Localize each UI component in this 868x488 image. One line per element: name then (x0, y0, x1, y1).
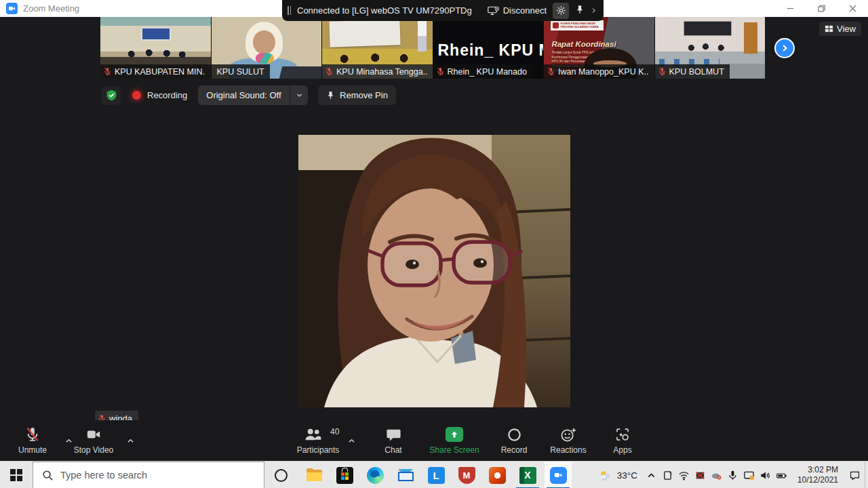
tile-decoration (744, 22, 757, 54)
zoom-taskbar-button[interactable] (545, 462, 572, 488)
remove-pin-button[interactable]: Remove Pin (318, 85, 396, 105)
chevron-right-icon (781, 44, 789, 52)
encryption-shield-badge[interactable] (102, 86, 121, 105)
close-button[interactable] (837, 0, 868, 17)
participant-tile-kpu-bolmut[interactable]: KPU BOLMUT (655, 17, 766, 79)
speaker-portrait (298, 135, 570, 407)
shield-check-icon (106, 89, 117, 101)
search-input[interactable] (60, 470, 264, 481)
office-button[interactable] (484, 462, 511, 488)
participant-name-tag: KPU Minahasa Tengga... (322, 64, 433, 79)
store-icon (336, 467, 353, 484)
excel-button[interactable]: X (514, 462, 541, 488)
participant-tile-kpu-kabupaten[interactable]: KPU KABUPATEN MIN... (100, 17, 212, 79)
view-button[interactable]: View (819, 22, 861, 36)
pinned-speaker-video[interactable] (298, 135, 570, 407)
tile-decoration (141, 27, 171, 41)
muted-mic-icon (325, 67, 334, 76)
disconnect-button[interactable]: Disconnect (488, 5, 547, 16)
recording-label: Recording (147, 90, 187, 100)
view-grid-icon (825, 24, 833, 33)
microphone-tray-icon[interactable] (724, 462, 741, 488)
tile-decoration (253, 30, 275, 54)
system-tray: 33°C (594, 462, 868, 488)
taskbar-search[interactable] (33, 462, 264, 488)
tile-decoration (418, 17, 427, 52)
original-sound-button[interactable]: Original Sound: Off (198, 85, 289, 105)
settings-gear-button[interactable] (553, 3, 569, 19)
stop-video-button[interactable]: Stop Video (66, 426, 121, 455)
tile-decoration (279, 66, 322, 79)
microsoft-store-button[interactable] (331, 462, 358, 488)
participant-tile-iwan[interactable]: KOMISI PEMILIHAN UMUM PROVINSI SULAWESI … (544, 17, 655, 79)
start-button[interactable] (3, 462, 30, 488)
more-chevron-icon[interactable] (591, 7, 597, 14)
participants-count: 40 (330, 427, 339, 436)
muted-mic-icon (436, 67, 445, 76)
file-explorer-button[interactable] (300, 462, 328, 488)
apps-button[interactable]: Apps (595, 426, 650, 455)
next-page-arrow-button[interactable] (774, 38, 795, 58)
weather-icon[interactable] (594, 462, 617, 488)
participants-button[interactable]: 40 Participants (288, 426, 356, 455)
participant-tile-kpu-minahasa[interactable]: KPU Minahasa Tengga... (322, 17, 433, 79)
l-app-icon: L (428, 467, 445, 484)
pin-window-icon[interactable] (575, 5, 585, 17)
network-disconnected-icon[interactable] (692, 462, 708, 488)
mic-muted-icon (24, 426, 41, 443)
pin-icon (326, 91, 335, 100)
windows-logo-icon (10, 469, 22, 481)
edge-button[interactable] (361, 462, 389, 488)
mail-button[interactable] (392, 462, 419, 488)
share-screen-button[interactable]: Share Screen (423, 426, 486, 455)
original-sound-dropdown[interactable] (290, 85, 308, 105)
tile-decoration (256, 53, 275, 64)
kpu-logo (553, 22, 559, 28)
onedrive-error-icon[interactable] (708, 462, 724, 488)
participants-caret[interactable] (348, 435, 355, 447)
meeting-control-row: Recording Original Sound: Off Remove Pin (102, 85, 396, 105)
slide-header: KOMISI PEMILIHAN UMUM PROVINSI SULAWESI … (551, 20, 604, 30)
chevron-down-icon (296, 92, 302, 98)
drag-handle-icon[interactable] (288, 6, 291, 15)
volume-icon[interactable] (757, 462, 773, 488)
apps-icon (615, 427, 630, 442)
l-app-button[interactable]: L (422, 462, 450, 488)
reactions-icon (560, 427, 577, 443)
cortana-icon (275, 469, 288, 482)
muted-mic-icon (658, 67, 667, 76)
wifi-icon[interactable] (675, 462, 692, 488)
reactions-button[interactable]: Reactions (541, 426, 595, 455)
camera-icon (85, 427, 102, 442)
window-title: Zoom Meeting (23, 3, 79, 14)
office-icon (489, 467, 506, 484)
rotation-lock-icon[interactable] (659, 462, 675, 488)
edge-icon (367, 467, 384, 484)
action-center-button[interactable] (841, 462, 868, 488)
screen-share-status-icon[interactable] (741, 462, 757, 488)
mcafee-button[interactable]: M (453, 462, 480, 488)
chat-button[interactable]: Chat (366, 426, 420, 455)
mail-icon (397, 467, 414, 484)
participant-name-tag: KPU KABUPATEN MIN... (100, 64, 211, 79)
date-label: 10/12/2021 (797, 475, 838, 485)
unmute-button[interactable]: Unmute (5, 426, 60, 455)
participants-icon (304, 427, 322, 443)
participant-tile-kpu-sulut[interactable]: KPU SULUT (212, 17, 323, 79)
battery-icon[interactable] (773, 462, 789, 488)
participant-name-tag: KPU BOLMUT (655, 64, 730, 79)
muted-mic-icon (103, 67, 112, 76)
slide-title: Rapat Koordinasi (551, 40, 616, 48)
record-button[interactable]: Record (487, 426, 541, 455)
minimize-button[interactable] (774, 0, 806, 17)
temperature-label[interactable]: 33°C (617, 470, 637, 481)
tray-overflow-chevron[interactable] (643, 462, 659, 488)
tile-decoration (330, 19, 401, 47)
participant-tile-rhein[interactable]: Rhein_ KPU Ma... Rhein_ KPU Manado (433, 17, 545, 79)
show-desktop-button[interactable] (865, 462, 868, 488)
video-options-caret[interactable] (127, 435, 134, 447)
cortana-button[interactable] (267, 462, 294, 488)
clock[interactable]: 3:02 PM 10/12/2021 (789, 465, 841, 485)
share-screen-icon (446, 427, 463, 442)
restore-button[interactable] (806, 0, 837, 17)
